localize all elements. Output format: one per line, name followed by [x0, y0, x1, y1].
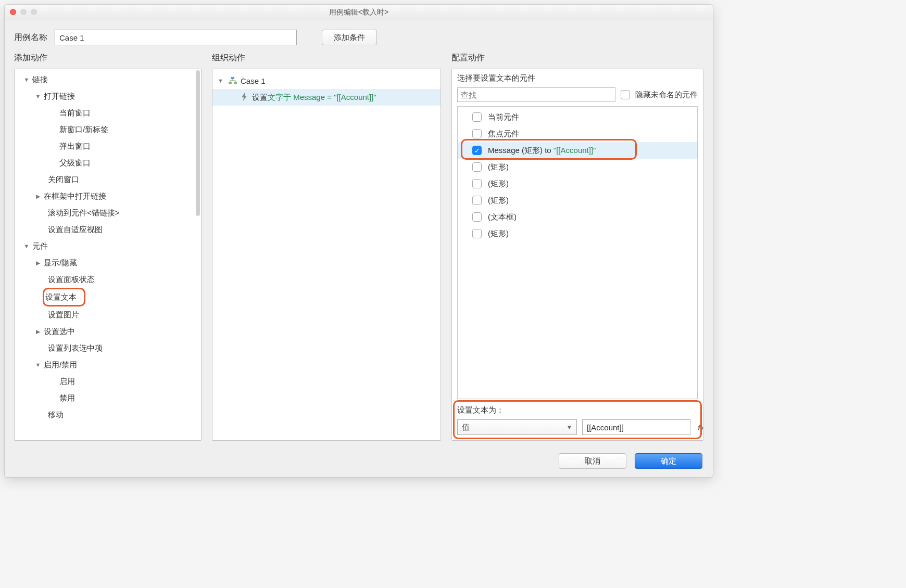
case-name-input[interactable] [55, 30, 297, 45]
org-set-text-detail: 文字于 Message = "[[Account]]" [268, 93, 376, 103]
add-action-column: 添加动作 ▼链接 ▼打开链接 当前窗口 新窗口/新标签 弹出窗口 父级窗口 关闭… [14, 53, 202, 441]
widget-row-focus[interactable]: 焦点元件 [458, 125, 697, 142]
case-name-label: 用例名称 [14, 32, 47, 43]
close-icon[interactable] [10, 9, 16, 15]
org-set-text-row[interactable]: 设置 文字于 Message = "[[Account]]" [212, 89, 441, 106]
widget-row-rect-1[interactable]: (矩形) [458, 159, 697, 175]
organize-action-header: 组织动作 [212, 53, 441, 63]
add-action-header: 添加动作 [14, 53, 202, 63]
tree-enable[interactable]: 启用 [17, 373, 201, 390]
widget-row-rect-4[interactable]: (矩形) [458, 225, 697, 242]
tree-panel-state[interactable]: 设置面板状态 [17, 271, 201, 288]
tree-disable[interactable]: 禁用 [17, 390, 201, 406]
tree-open-link[interactable]: ▼打开链接 [17, 88, 201, 105]
value-input[interactable] [582, 419, 690, 435]
tree-list-selected[interactable]: 设置列表选中项 [17, 340, 201, 356]
tree-move[interactable]: 移动 [17, 406, 201, 423]
tree-close-window[interactable]: 关闭窗口 [17, 171, 201, 188]
widget-row-textbox[interactable]: (文本框) [458, 209, 697, 225]
tree-popup-window[interactable]: 弹出窗口 [17, 138, 201, 155]
tree-open-in-frame[interactable]: ▶在框架中打开链接 [17, 188, 201, 204]
cancel-button[interactable]: 取消 [559, 453, 626, 469]
value-type-selected: 值 [462, 423, 470, 432]
org-case-row[interactable]: ▼ Case 1 [212, 72, 441, 89]
tree-scroll-anchor[interactable]: 滚动到元件<锚链接> [17, 204, 201, 221]
add-condition-button[interactable]: 添加条件 [322, 30, 377, 45]
titlebar: 用例编辑<载入时> [5, 5, 713, 20]
window-title: 用例编辑<载入时> [329, 8, 388, 17]
organize-action-column: 组织动作 ▼ Case 1 设置 文字于 [212, 53, 441, 441]
chevron-down-icon: ▼ [567, 424, 572, 430]
configure-action-column: 配置动作 选择要设置文本的元件 隐藏未命名的元件 当前元件 焦点元件 Messa… [451, 53, 703, 441]
svg-rect-2 [234, 82, 237, 84]
org-case-label: Case 1 [241, 76, 266, 85]
tree-parent-window[interactable]: 父级窗口 [17, 155, 201, 171]
case-name-row: 用例名称 添加条件 [5, 20, 713, 53]
hide-unnamed-label: 隐藏未命名的元件 [635, 90, 698, 100]
tree-set-adaptive[interactable]: 设置自适应视图 [17, 221, 201, 238]
tree-set-selected[interactable]: ▶设置选中 [17, 323, 201, 340]
tree-set-text-highlight[interactable]: 设置文本 [43, 288, 85, 306]
dialog-footer: 取消 确定 [5, 448, 713, 477]
tree-link[interactable]: ▼链接 [17, 71, 201, 88]
action-tree-scrollbar[interactable] [196, 70, 200, 216]
widget-row-current[interactable]: 当前元件 [458, 109, 697, 125]
tree-new-window[interactable]: 新窗口/新标签 [17, 121, 201, 138]
flowchart-icon [228, 77, 237, 84]
tree-show-hide[interactable]: ▶显示/隐藏 [17, 254, 201, 271]
minimize-icon[interactable] [20, 9, 27, 15]
zoom-icon[interactable] [31, 9, 37, 15]
widget-row-rect-3[interactable]: (矩形) [458, 192, 697, 209]
widget-list: 当前元件 焦点元件 Message (矩形) to "[[Account]]" … [457, 106, 698, 399]
tree-current-window[interactable]: 当前窗口 [17, 105, 201, 121]
fx-button[interactable]: fx [696, 423, 703, 432]
select-widget-label: 选择要设置文本的元件 [457, 73, 698, 83]
widget-row-message[interactable]: Message (矩形) to "[[Account]]" [458, 142, 697, 159]
configure-action-header: 配置动作 [451, 53, 703, 63]
tree-widget[interactable]: ▼元件 [17, 238, 201, 254]
ok-button[interactable]: 确定 [635, 453, 702, 469]
hide-unnamed-checkbox[interactable] [621, 90, 630, 99]
action-tree: ▼链接 ▼打开链接 当前窗口 新窗口/新标签 弹出窗口 父级窗口 关闭窗口 ▶在… [15, 69, 201, 425]
svg-rect-0 [231, 77, 234, 79]
case-editor-window: 用例编辑<载入时> 用例名称 添加条件 添加动作 ▼链接 ▼打开链接 当前窗口 … [4, 4, 713, 478]
widget-row-rect-2[interactable]: (矩形) [458, 175, 697, 192]
lightning-icon [240, 93, 249, 103]
value-type-select[interactable]: 值 ▼ [457, 419, 577, 435]
set-text-to-section: 设置文本为： 值 ▼ fx [457, 403, 698, 435]
tree-set-image[interactable]: 设置图片 [17, 306, 201, 323]
widget-search-input[interactable] [457, 87, 615, 102]
tree-enable-disable[interactable]: ▼启用/禁用 [17, 356, 201, 373]
set-text-to-label: 设置文本为： [457, 405, 698, 415]
svg-rect-1 [229, 82, 232, 84]
org-set-prefix: 设置 [252, 93, 268, 103]
